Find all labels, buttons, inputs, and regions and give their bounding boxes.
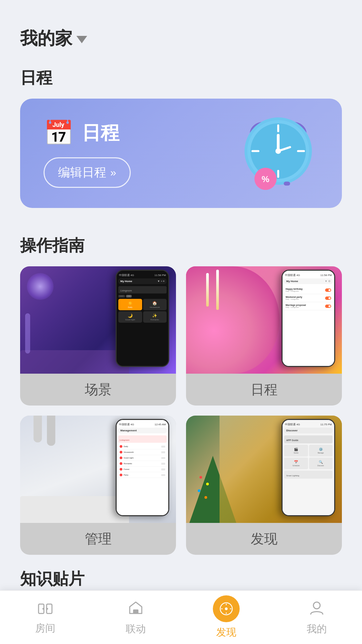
mgmt-label-romantic: Romantic — [124, 463, 160, 465]
tab-bar: 房间 联动 发现 — [0, 590, 362, 644]
housework-label: Housework — [150, 306, 160, 308]
mgmt-item-party: Party — [118, 472, 167, 478]
grid-daily: ☀️ Daily — [118, 299, 142, 310]
edit-schedule-button[interactable]: 编辑日程 » — [44, 157, 131, 188]
goodnight-label: Good night — [125, 319, 135, 321]
automation-icon — [126, 599, 145, 619]
calendar-icon: 📅 — [44, 119, 74, 147]
svg-point-27 — [313, 602, 320, 609]
schedule-icon-row: 📅 日程 — [44, 119, 131, 147]
phone-header-icons: ▼ + ≡ — [157, 280, 165, 283]
pendant2-decoration — [47, 416, 55, 446]
edit-arrows-icon: » — [110, 166, 116, 179]
discover-phone: 中国联通 4G 11:75 PM Discover APP Guide — [282, 419, 335, 516]
switch-on: ON — [126, 295, 132, 298]
party-sub: Daily · Livingroom — [286, 298, 302, 300]
counter-decoration — [20, 496, 129, 523]
guide-card-scene[interactable]: 中国联通 4G 11:58 PM My Home ▼ + ≡ Livingroo… — [20, 266, 176, 406]
discover-card-image: 中国联通 4G 11:75 PM Discover APP Guide — [186, 416, 342, 523]
app-guide-label: APP Guide — [286, 439, 298, 441]
discover-schedule-icon: 📅 — [294, 460, 298, 464]
discover-active-icon — [213, 595, 240, 622]
schedule-status-left: 中国联通 4G — [285, 273, 300, 277]
management-card-label: 管理 — [20, 523, 176, 555]
profile-icon — [307, 599, 326, 619]
phone-header-row: My Home ▼ + ≡ — [118, 278, 167, 284]
clock-illustration: % — [235, 106, 322, 201]
management-card-image: 中国联通 4G 12:45 AM Management Livingroom — [20, 416, 176, 523]
schedule-section-title: 日程 — [0, 60, 362, 99]
phone-room-label: Livingroom — [118, 286, 167, 293]
birthday-sub: Daily · Livingroom — [286, 290, 303, 292]
romantic-label: Romantic — [150, 319, 159, 321]
grid-housework: 🏠 Housework — [143, 299, 167, 310]
pendant-decoration — [34, 416, 42, 442]
scene-phone-grid: ☀️ Daily 🏠 Housework 🌙 — [118, 299, 167, 323]
schedule-banner: 📅 日程 编辑日程 » — [20, 99, 342, 208]
guide-card-discover[interactable]: 中国联通 4G 11:75 PM Discover APP Guide — [186, 416, 342, 555]
discover-background: 中国联通 4G 11:75 PM Discover APP Guide — [186, 416, 342, 523]
discover-schedule-item: 📅 Schedule — [284, 458, 308, 469]
mgmt-room-name: Livingroom — [120, 439, 129, 441]
birthday-toggle — [325, 288, 331, 292]
tab-automation[interactable]: 联动 — [90, 599, 181, 636]
tab-room[interactable]: 房间 — [0, 599, 90, 635]
mgmt-dot-housework — [120, 451, 122, 453]
mgmt-livingroom-tag: Livingroom — [118, 435, 167, 443]
svg-point-26 — [225, 607, 228, 610]
mgmt-item-daily: Daily — [118, 444, 167, 449]
housework-icon: 🏠 — [152, 301, 157, 306]
discover-schedule-label: Schedule — [293, 465, 300, 467]
svg-rect-20 — [133, 609, 138, 613]
tab-discover[interactable]: 发现 — [181, 595, 272, 639]
mgmt-status-right: 12:45 AM — [155, 423, 166, 426]
svg-point-18 — [43, 608, 44, 610]
svg-point-19 — [47, 608, 48, 610]
daily-label: Daily — [128, 306, 132, 308]
mgmt-item-housework: Housework — [118, 449, 167, 455]
schedule-banner-label: 日程 — [82, 120, 119, 146]
mgmt-status-bar: 中国联通 4G 12:45 AM — [118, 423, 167, 426]
discover-status-bar: 中国联通 4G 11:75 PM — [284, 423, 333, 426]
mgmt-dot-romantic — [120, 462, 122, 465]
dropdown-arrow-icon[interactable] — [76, 36, 87, 43]
light-4 — [204, 496, 207, 499]
guide-section-title: 操作指南 — [20, 228, 342, 266]
goodnight-icon: 🌙 — [128, 313, 133, 318]
schedule-phone: 中国联通 4G 11:58 PM My Home ▼ ⚙ Happy birt — [282, 270, 335, 367]
discover-phone-header: Discover — [284, 428, 333, 433]
party-title: Weekend party — [286, 296, 302, 298]
discover-scene-icon: 🎬 — [294, 447, 298, 451]
discover-discover-icon: 🔍 — [319, 460, 323, 464]
mgmt-label-goodnight: Good night — [124, 457, 160, 459]
schedule-phone-header: My Home ▼ ⚙ — [284, 278, 333, 284]
management-phone: 中国联通 4G 12:45 AM Management Livingroom — [116, 419, 169, 516]
light-3 — [198, 489, 200, 492]
glow-decoration — [27, 273, 54, 300]
mgmt-item-romantic: Romantic — [118, 461, 167, 467]
light-1 — [199, 476, 202, 479]
mgmt-dot-goodnight — [120, 457, 122, 459]
smart-lighting-item: Smart Lighting — [284, 471, 333, 479]
svg-point-11 — [276, 148, 281, 154]
sofa-decoration — [20, 350, 129, 374]
daily-icon: ☀️ — [128, 301, 133, 306]
mgmt-lines-housework — [161, 451, 165, 453]
header: 我的家 — [0, 0, 362, 60]
tab-profile[interactable]: 我的 — [272, 599, 362, 636]
schedule-status-right: 11:58 PM — [320, 274, 332, 277]
mgmt-item-forest: Forest — [118, 467, 167, 472]
knowledge-title: 知识贴片 — [20, 568, 342, 590]
guide-card-schedule[interactable]: 中国联通 4G 11:58 PM My Home ▼ ⚙ Happy birt — [186, 266, 342, 406]
candle2 — [216, 270, 219, 310]
page: 我的家 日程 📅 日程 编辑日程 » — [0, 0, 362, 644]
discover-scene-label: Scene — [294, 452, 298, 454]
schedule-banner-left: 📅 日程 编辑日程 » — [44, 119, 131, 188]
scene-card-image: 中国联通 4G 11:58 PM My Home ▼ + ≡ Livingroo… — [20, 266, 176, 374]
lamp-decoration — [25, 313, 30, 354]
phone-status-bar: 中国联通 4G 11:58 PM — [118, 273, 167, 277]
room-icon — [36, 599, 55, 618]
guide-card-management[interactable]: 中国联通 4G 12:45 AM Management Livingroom — [20, 416, 176, 555]
romantic-icon: ✨ — [152, 313, 157, 318]
management-phone-screen: 中国联通 4G 12:45 AM Management Livingroom — [117, 420, 168, 515]
